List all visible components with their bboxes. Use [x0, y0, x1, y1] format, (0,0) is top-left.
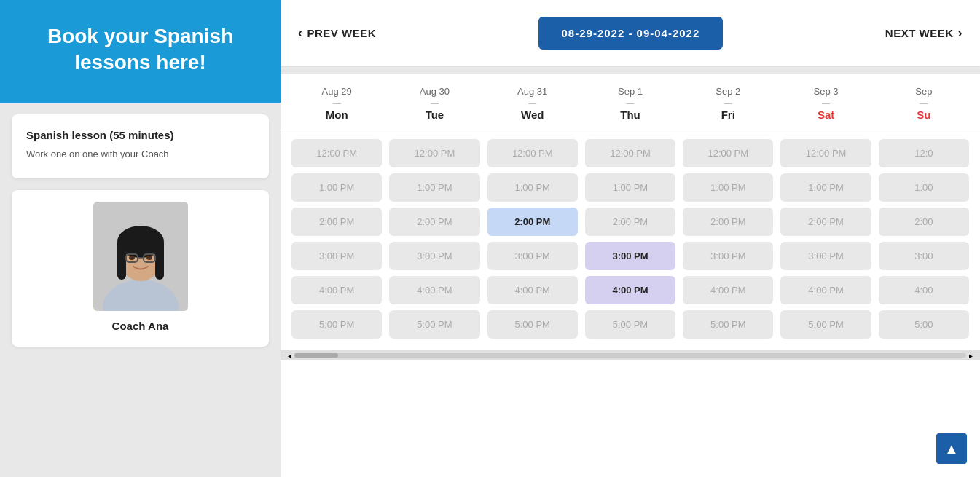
day-header-thu: Sep 1 — Thu — [581, 74, 679, 130]
day-header-fri: Sep 2 — Fri — [679, 74, 777, 130]
slot-mon-3pm[interactable]: 3:00 PM — [291, 242, 382, 270]
hero-text: Book your Spanish lessons here! — [47, 25, 233, 74]
lesson-title: Spanish lesson (55 minutes) — [26, 129, 254, 141]
slot-tue-1pm[interactable]: 1:00 PM — [389, 173, 479, 202]
slot-tue-5pm[interactable]: 5:00 PM — [389, 310, 479, 339]
current-week-badge[interactable]: 08-29-2022 - 09-04-2022 — [538, 17, 724, 50]
slot-fri-1pm[interactable]: 1:00 PM — [683, 173, 773, 202]
day-header-wed: Aug 31 — Wed — [484, 74, 581, 130]
scroll-to-top-button[interactable]: ▲ — [936, 433, 967, 464]
coach-name: Coach Ana — [112, 320, 169, 332]
slot-fri-12pm[interactable]: 12:00 PM — [683, 139, 773, 167]
coach-card: Coach Ana — [12, 190, 269, 347]
slot-thu-12pm[interactable]: 12:00 PM — [585, 139, 675, 167]
slot-fri-2pm[interactable]: 2:00 PM — [683, 208, 773, 236]
calendar-header: Aug 29 — Mon Aug 30 — Tue Aug 31 — Wed S… — [281, 74, 980, 130]
slot-thu-1pm[interactable]: 1:00 PM — [585, 173, 675, 202]
slot-thu-2pm[interactable]: 2:00 PM — [585, 208, 675, 236]
scrollbar-track[interactable] — [294, 353, 966, 358]
slot-mon-5pm[interactable]: 5:00 PM — [291, 310, 382, 339]
horizontal-scrollbar[interactable]: ◂ ▸ — [281, 350, 980, 360]
slot-sat-2pm[interactable]: 2:00 PM — [780, 208, 871, 236]
hero-banner: Book your Spanish lessons here! — [0, 0, 281, 103]
slot-wed-3pm[interactable]: 3:00 PM — [487, 242, 578, 270]
slot-wed-12pm[interactable]: 12:00 PM — [487, 139, 578, 167]
lesson-description: Work one on one with your Coach — [26, 147, 254, 162]
coach-avatar — [93, 202, 188, 311]
slot-fri-3pm[interactable]: 3:00 PM — [683, 242, 773, 270]
slot-wed-5pm[interactable]: 5:00 PM — [487, 310, 578, 339]
slot-sat-5pm[interactable]: 5:00 PM — [780, 310, 871, 339]
slot-sat-12pm[interactable]: 12:00 PM — [780, 139, 871, 167]
slot-sat-3pm[interactable]: 3:00 PM — [780, 242, 871, 270]
svg-point-11 — [146, 256, 152, 260]
day-header-tue: Aug 30 — Tue — [385, 74, 483, 130]
slot-sat-1pm[interactable]: 1:00 PM — [780, 173, 871, 202]
prev-week-label: PREV WEEK — [307, 27, 377, 39]
slot-tue-2pm[interactable]: 2:00 PM — [389, 208, 479, 236]
slot-sun-3pm[interactable]: 3:00 — [879, 242, 969, 270]
day-header-sun: Sep — Su — [875, 74, 973, 130]
scroll-top-icon: ▲ — [944, 441, 959, 457]
slot-thu-3pm[interactable]: 3:00 PM — [585, 242, 675, 270]
prev-week-button[interactable]: ‹ PREV WEEK — [298, 25, 376, 41]
svg-point-10 — [129, 256, 135, 260]
slot-mon-2pm[interactable]: 2:00 PM — [291, 208, 382, 236]
slot-wed-4pm[interactable]: 4:00 PM — [487, 276, 578, 304]
lesson-card: Spanish lesson (55 minutes) Work one on … — [12, 114, 269, 179]
svg-rect-6 — [155, 240, 164, 280]
slot-wed-2pm[interactable]: 2:00 PM — [487, 208, 578, 236]
svg-rect-5 — [117, 240, 126, 280]
calendar: Aug 29 — Mon Aug 30 — Tue Aug 31 — Wed S… — [281, 74, 980, 477]
slot-sun-12pm[interactable]: 12:0 — [879, 139, 969, 167]
day-header-mon: Aug 29 — Mon — [288, 74, 385, 130]
date-range-text: 08-29-2022 - 09-04-2022 — [562, 27, 700, 39]
scrollbar-thumb[interactable] — [294, 353, 338, 358]
scroll-left-arrow[interactable]: ◂ — [288, 352, 291, 360]
slot-thu-4pm[interactable]: 4:00 PM — [585, 276, 675, 304]
week-navigation: ‹ PREV WEEK 08-29-2022 - 09-04-2022 NEXT… — [281, 0, 980, 66]
slot-sun-4pm[interactable]: 4:00 — [879, 276, 969, 304]
slot-fri-5pm[interactable]: 5:00 PM — [683, 310, 773, 339]
calendar-body: 12:00 PM 12:00 PM 12:00 PM 12:00 PM 12:0… — [281, 130, 980, 347]
slot-tue-12pm[interactable]: 12:00 PM — [389, 139, 479, 167]
next-arrow-icon: › — [958, 25, 963, 41]
slot-mon-4pm[interactable]: 4:00 PM — [291, 276, 382, 304]
sidebar: Book your Spanish lessons here! Spanish … — [0, 0, 281, 477]
next-week-button[interactable]: NEXT WEEK › — [885, 25, 963, 41]
slot-sun-1pm[interactable]: 1:00 — [879, 173, 969, 202]
prev-arrow-icon: ‹ — [298, 25, 303, 41]
slot-thu-5pm[interactable]: 5:00 PM — [585, 310, 675, 339]
slot-mon-12pm[interactable]: 12:00 PM — [291, 139, 382, 167]
scroll-right-arrow[interactable]: ▸ — [969, 352, 973, 360]
slot-tue-3pm[interactable]: 3:00 PM — [389, 242, 479, 270]
slot-fri-4pm[interactable]: 4:00 PM — [683, 276, 773, 304]
slot-mon-1pm[interactable]: 1:00 PM — [291, 173, 382, 202]
slot-wed-1pm[interactable]: 1:00 PM — [487, 173, 578, 202]
main-content: ‹ PREV WEEK 08-29-2022 - 09-04-2022 NEXT… — [281, 0, 980, 477]
slot-sun-5pm[interactable]: 5:00 — [879, 310, 969, 339]
day-header-sat: Sep 3 — Sat — [777, 74, 874, 130]
slot-sat-4pm[interactable]: 4:00 PM — [780, 276, 871, 304]
slot-sun-2pm[interactable]: 2:00 — [879, 208, 969, 236]
next-week-label: NEXT WEEK — [885, 27, 954, 39]
slot-tue-4pm[interactable]: 4:00 PM — [389, 276, 479, 304]
